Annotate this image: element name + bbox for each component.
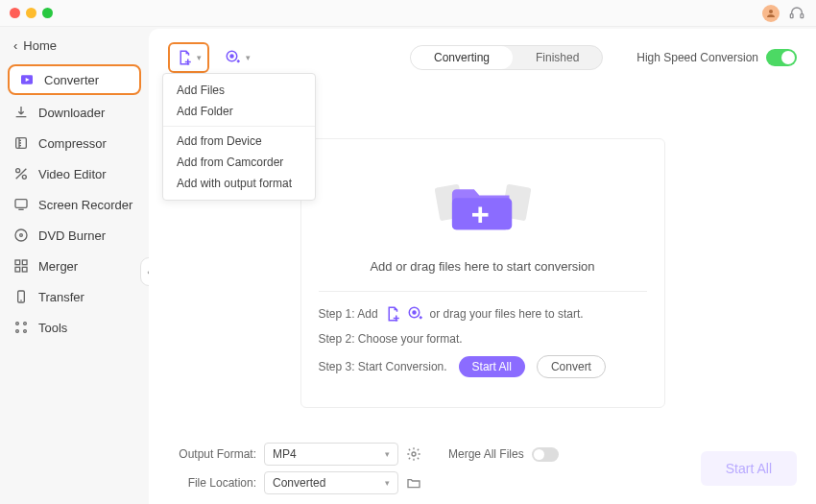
home-label: Home bbox=[23, 38, 57, 53]
chevron-down-icon: ▾ bbox=[246, 53, 251, 62]
sidebar: ‹ Home Converter Downloader Compressor V… bbox=[0, 27, 149, 504]
svg-rect-14 bbox=[22, 267, 27, 272]
sidebar-item-label: Screen Recorder bbox=[38, 198, 132, 212]
chevron-down-icon: ▾ bbox=[197, 53, 202, 62]
output-format-select[interactable]: MP4 ▾ bbox=[264, 443, 398, 466]
downloader-icon bbox=[13, 105, 29, 120]
window-maximize-button[interactable] bbox=[42, 8, 53, 18]
svg-rect-11 bbox=[15, 260, 20, 265]
sidebar-item-label: Merger bbox=[38, 259, 78, 274]
sidebar-item-label: Transfer bbox=[38, 290, 84, 304]
compressor-icon bbox=[13, 135, 29, 151]
sidebar-item-dvd-burner[interactable]: DVD Burner bbox=[0, 220, 149, 251]
dropdown-add-from-camcorder[interactable]: Add from Camcorder bbox=[163, 152, 315, 173]
dropdown-add-files[interactable]: Add Files bbox=[163, 80, 315, 101]
svg-rect-2 bbox=[801, 14, 804, 18]
dropdown-add-from-device[interactable]: Add from Device bbox=[163, 131, 315, 152]
step-1: Step 1: Add or drag your files here to s… bbox=[319, 305, 647, 323]
dropdown-add-with-output-format[interactable]: Add with output format bbox=[163, 173, 315, 194]
svg-point-9 bbox=[15, 229, 27, 241]
high-speed-label: High Speed Conversion bbox=[636, 51, 758, 64]
file-location-select[interactable]: Converted ▾ bbox=[264, 471, 398, 494]
svg-rect-1 bbox=[790, 14, 793, 18]
file-location-label: File Location: bbox=[168, 476, 256, 490]
dvd-burner-icon bbox=[13, 228, 29, 243]
svg-point-19 bbox=[24, 330, 27, 333]
output-settings-icon[interactable] bbox=[406, 446, 421, 462]
chevron-down-icon: ▾ bbox=[385, 449, 390, 459]
add-file-dropdown: Add Files Add Folder Add from Device Add… bbox=[162, 73, 316, 201]
svg-rect-12 bbox=[22, 260, 27, 265]
sidebar-item-label: Tools bbox=[38, 321, 67, 335]
sidebar-item-tools[interactable]: Tools bbox=[0, 312, 149, 343]
open-folder-icon[interactable] bbox=[406, 475, 421, 491]
convert-pill-button[interactable]: Convert bbox=[537, 355, 606, 378]
svg-point-17 bbox=[24, 323, 27, 325]
high-speed-toggle[interactable] bbox=[766, 49, 797, 66]
user-avatar[interactable] bbox=[762, 5, 780, 22]
svg-point-18 bbox=[16, 330, 19, 333]
status-tabs: Converting Finished bbox=[410, 45, 603, 70]
support-icon[interactable] bbox=[789, 6, 804, 21]
add-disc-button[interactable]: ▾ bbox=[217, 42, 258, 73]
sidebar-item-converter[interactable]: Converter bbox=[8, 64, 141, 95]
sidebar-item-label: Video Editor bbox=[38, 167, 107, 181]
step-2: Step 2: Choose your format. bbox=[319, 332, 647, 346]
sidebar-item-label: Downloader bbox=[38, 106, 105, 120]
converter-icon bbox=[19, 72, 35, 87]
sidebar-item-compressor[interactable]: Compressor bbox=[0, 128, 149, 158]
add-disc-icon[interactable] bbox=[407, 305, 424, 323]
merge-label: Merge All Files bbox=[448, 447, 524, 461]
tab-converting[interactable]: Converting bbox=[411, 46, 513, 69]
chevron-left-icon: ‹ bbox=[13, 38, 17, 53]
svg-point-29 bbox=[412, 452, 416, 456]
video-editor-icon bbox=[13, 166, 29, 181]
merger-icon bbox=[13, 258, 29, 274]
merge-toggle[interactable] bbox=[532, 447, 559, 462]
svg-rect-13 bbox=[15, 267, 20, 272]
dropdown-separator bbox=[163, 126, 315, 127]
screen-recorder-icon bbox=[13, 197, 29, 212]
sidebar-item-video-editor[interactable]: Video Editor bbox=[0, 158, 149, 189]
main-content: ▾ ▾ Converting Finished High Speed Conve… bbox=[149, 29, 816, 504]
tab-finished[interactable]: Finished bbox=[513, 46, 602, 69]
tools-icon bbox=[13, 320, 29, 335]
sidebar-item-merger[interactable]: Merger bbox=[0, 251, 149, 281]
window-minimize-button[interactable] bbox=[26, 8, 36, 18]
folder-plus-icon bbox=[430, 170, 536, 240]
step-3: Step 3: Start Conversion. Start All Conv… bbox=[319, 355, 647, 378]
svg-point-28 bbox=[413, 311, 416, 314]
drop-zone-text: Add or drag files here to start conversi… bbox=[319, 259, 647, 274]
window-close-button[interactable] bbox=[10, 8, 20, 18]
chevron-down-icon: ▾ bbox=[385, 478, 390, 488]
drop-zone[interactable] bbox=[319, 155, 647, 255]
add-file-icon bbox=[176, 49, 193, 66]
svg-point-10 bbox=[20, 234, 23, 237]
sidebar-item-label: Converter bbox=[44, 73, 99, 87]
sidebar-item-screen-recorder[interactable]: Screen Recorder bbox=[0, 189, 149, 220]
add-disc-icon bbox=[225, 49, 242, 66]
start-all-pill-button[interactable]: Start All bbox=[459, 356, 525, 377]
output-format-label: Output Format: bbox=[168, 447, 256, 461]
svg-point-21 bbox=[230, 55, 233, 58]
home-nav[interactable]: ‹ Home bbox=[0, 36, 149, 62]
svg-point-7 bbox=[22, 175, 26, 179]
sidebar-item-transfer[interactable]: Transfer bbox=[0, 281, 149, 312]
sidebar-item-label: Compressor bbox=[38, 136, 107, 151]
dropdown-add-folder[interactable]: Add Folder bbox=[163, 101, 315, 122]
add-file-icon[interactable] bbox=[384, 305, 401, 323]
sidebar-item-label: DVD Burner bbox=[38, 228, 106, 243]
add-file-button[interactable]: ▾ bbox=[168, 42, 209, 73]
sidebar-item-downloader[interactable]: Downloader bbox=[0, 97, 149, 128]
drop-zone-card: Add or drag files here to start conversi… bbox=[300, 138, 665, 408]
start-all-button[interactable]: Start All bbox=[701, 451, 797, 486]
svg-point-6 bbox=[16, 169, 20, 173]
svg-point-0 bbox=[769, 10, 773, 13]
transfer-icon bbox=[13, 289, 29, 304]
svg-point-16 bbox=[16, 323, 19, 325]
svg-rect-26 bbox=[472, 213, 488, 217]
divider bbox=[319, 291, 647, 292]
svg-rect-8 bbox=[15, 200, 27, 208]
